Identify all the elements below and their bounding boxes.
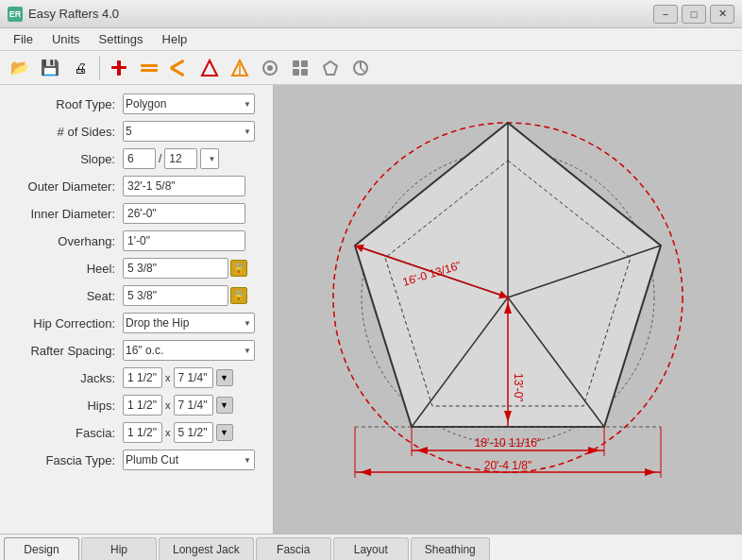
roof-diagram: 16'-0 13/16" 13'-0" 18'-10 11/16" 20'-4 … [274, 85, 742, 534]
fascia-width-input[interactable] [123, 422, 162, 443]
fascia-height-input[interactable] [174, 422, 213, 443]
num-sides-label: # of Sides: [9, 125, 123, 139]
rafter-spacing-control: 12" o.c. 16" o.c. 24" o.c. [123, 340, 263, 361]
toolbar-open[interactable]: 📂 [6, 55, 34, 81]
fascia-x: x [165, 427, 171, 438]
slope-select-wrapper [200, 148, 219, 169]
svg-rect-2 [141, 64, 158, 67]
slope-label: Slope: [9, 152, 123, 166]
rafter-spacing-label: Rafter Spacing: [9, 344, 123, 358]
svg-text:13'-0": 13'-0" [512, 373, 525, 402]
jacks-width-input[interactable] [123, 367, 162, 388]
num-sides-row: # of Sides: 3 4 5 6 7 8 [9, 120, 263, 143]
svg-rect-14 [301, 69, 308, 76]
hip-correction-control: Drop the Hip Back the Hip None [123, 313, 263, 333]
outer-diameter-input[interactable] [123, 176, 245, 196]
jacks-row: Jacks: x ▼ [9, 366, 263, 389]
hips-x: x [165, 399, 171, 411]
jacks-height-input[interactable] [174, 367, 213, 388]
rafter-spacing-select[interactable]: 12" o.c. 16" o.c. 24" o.c. [123, 340, 255, 361]
svg-rect-1 [117, 60, 121, 76]
hips-control: x ▼ [123, 395, 263, 416]
roof-type-select[interactable]: Polygon Gable Hip Shed [123, 93, 255, 114]
rafter-spacing-wrapper: 12" o.c. 16" o.c. 24" o.c. [123, 340, 255, 361]
toolbar-sep1 [99, 57, 100, 79]
hip-correction-row: Hip Correction: Drop the Hip Back the Hi… [9, 312, 263, 334]
toolbar-tool2[interactable] [135, 55, 163, 81]
svg-rect-12 [301, 60, 308, 67]
toolbar-tool8[interactable] [316, 55, 345, 81]
menu-settings[interactable]: Settings [90, 29, 153, 49]
slope-row: Slope: / [9, 147, 263, 170]
fascia-arrow[interactable]: ▼ [216, 424, 233, 441]
hips-width-input[interactable] [123, 395, 162, 416]
heel-lock-icon[interactable]: 🔒 [230, 260, 247, 277]
overhang-row: Overhang: [9, 229, 263, 252]
toolbar-tool6[interactable] [256, 55, 284, 81]
fascia-type-row: Fascia Type: Plumb Cut Square Cut Level … [9, 449, 263, 471]
toolbar-tool3[interactable] [165, 55, 194, 81]
fascia-type-label: Fascia Type: [9, 453, 123, 467]
svg-rect-13 [293, 69, 299, 76]
overhang-control [123, 230, 263, 251]
roof-type-row: Roof Type: Polygon Gable Hip Shed [9, 93, 263, 115]
toolbar-tool9[interactable] [346, 55, 375, 81]
tab-longest-jack[interactable]: Longest Jack [159, 537, 254, 560]
menu-bar: File Units Settings Help [0, 28, 742, 51]
toolbar-tool4[interactable] [195, 55, 224, 81]
jacks-control: x ▼ [123, 367, 263, 388]
svg-rect-11 [293, 60, 299, 67]
heel-input[interactable] [123, 258, 228, 279]
menu-file[interactable]: File [4, 29, 42, 49]
canvas-area: 16'-0 13/16" 13'-0" 18'-10 11/16" 20'-4 … [274, 85, 742, 534]
slope-select[interactable] [200, 148, 219, 169]
main-content: Roof Type: Polygon Gable Hip Shed # of S… [0, 85, 742, 534]
jacks-arrow[interactable]: ▼ [216, 369, 233, 386]
toolbar-tool1[interactable] [105, 55, 133, 81]
seat-lock-icon[interactable]: 🔒 [230, 287, 247, 304]
toolbar-save[interactable]: 💾 [36, 55, 64, 81]
fascia-row: Fascia: x ▼ [9, 421, 263, 444]
toolbar-print[interactable]: 🖨 [66, 55, 94, 81]
bottom-tabs: Design Hip Longest Jack Fascia Layout Sh… [0, 534, 742, 560]
seat-control: 🔒 [123, 285, 263, 306]
overhang-input[interactable] [123, 230, 245, 251]
hips-row: Hips: x ▼ [9, 394, 263, 416]
maximize-button[interactable]: □ [682, 5, 706, 24]
seat-label: Seat: [9, 289, 123, 303]
toolbar-tool7[interactable] [286, 55, 314, 81]
tab-sheathing[interactable]: Sheathing [411, 537, 490, 560]
svg-rect-3 [141, 69, 158, 72]
svg-rect-5 [170, 66, 184, 76]
num-sides-select[interactable]: 3 4 5 6 7 8 [123, 121, 255, 142]
svg-marker-6 [202, 60, 217, 76]
num-sides-control: 3 4 5 6 7 8 [123, 121, 263, 142]
toolbar-tool5[interactable] [226, 55, 254, 81]
svg-text:18'-10 11/16": 18'-10 11/16" [475, 436, 542, 450]
slope-numerator[interactable] [123, 148, 156, 169]
hip-correction-select[interactable]: Drop the Hip Back the Hip None [123, 313, 255, 333]
hips-height-input[interactable] [174, 395, 213, 416]
inner-diameter-input[interactable] [123, 203, 245, 224]
num-sides-wrapper: 3 4 5 6 7 8 [123, 121, 255, 142]
hips-arrow[interactable]: ▼ [216, 397, 233, 414]
tab-design[interactable]: Design [4, 537, 79, 560]
close-button[interactable]: ✕ [710, 5, 734, 24]
tab-layout[interactable]: Layout [333, 537, 409, 560]
seat-input[interactable] [123, 285, 228, 306]
roof-type-control: Polygon Gable Hip Shed [123, 93, 263, 114]
minimize-button[interactable]: − [653, 5, 678, 24]
fascia-type-select[interactable]: Plumb Cut Square Cut Level Cut [123, 450, 255, 470]
fascia-control: x ▼ [123, 422, 263, 443]
svg-point-10 [267, 65, 273, 71]
svg-marker-15 [324, 61, 337, 75]
heel-row: Heel: 🔒 [9, 257, 263, 280]
menu-units[interactable]: Units [42, 29, 90, 49]
fascia-type-control: Plumb Cut Square Cut Level Cut [123, 450, 263, 470]
tab-hip[interactable]: Hip [81, 537, 157, 560]
slope-denominator[interactable] [164, 148, 197, 169]
menu-help[interactable]: Help [153, 29, 197, 49]
svg-line-18 [361, 68, 364, 72]
tab-fascia[interactable]: Fascia [256, 537, 331, 560]
hips-label: Hips: [9, 399, 123, 413]
